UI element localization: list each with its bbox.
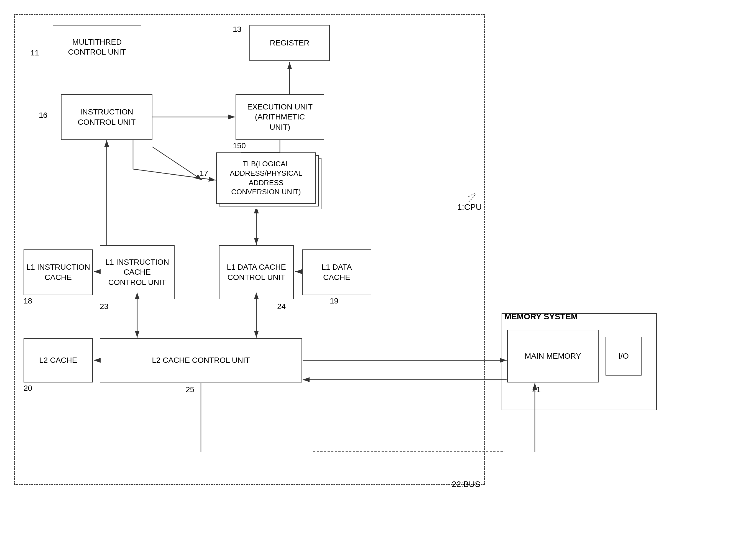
instruction-control-label: INSTRUCTIONCONTROL UNIT <box>78 107 136 127</box>
cpu-label: 1:CPU <box>457 202 482 212</box>
ref-17: 17 <box>199 169 208 178</box>
ref-11: 11 <box>31 49 39 57</box>
ref-18: 18 <box>24 296 32 305</box>
ref-150: 150 <box>233 141 246 150</box>
ref-19: 19 <box>330 296 338 305</box>
multithred-label: MULTITHRED CONTROL UNIT <box>53 37 141 57</box>
l1-instruction-cache-control-box: L1 INSTRUCTIONCACHECONTROL UNIT <box>100 245 175 299</box>
execution-unit-label: EXECUTION UNIT(ARITHMETICUNIT) <box>247 102 313 132</box>
ref-13: 13 <box>233 25 241 34</box>
l2-cache-control-label: L2 CACHE CONTROL UNIT <box>152 355 250 365</box>
execution-unit-box: EXECUTION UNIT(ARITHMETICUNIT) <box>235 94 324 140</box>
tlb-stack: TLB(LOGICALADDRESS/PHYSICAL ADDRESSCONVE… <box>216 153 321 214</box>
io-label: I/O <box>618 351 628 361</box>
l2-cache-label: L2 CACHE <box>39 355 77 365</box>
bus-label: 22:BUS <box>452 479 480 489</box>
ref-20: 20 <box>24 384 32 393</box>
ref-24: 24 <box>277 302 286 311</box>
ref-23: 23 <box>100 302 108 311</box>
l2-cache-box: L2 CACHE <box>24 338 93 382</box>
l1-instruction-cache-label: L1 INSTRUCTIONCACHE <box>26 262 90 282</box>
multithred-control-unit-box: MULTITHRED CONTROL UNIT <box>53 25 141 69</box>
instruction-control-unit-box: INSTRUCTIONCONTROL UNIT <box>61 94 153 140</box>
diagram-container: 1:CPU MULTITHRED CONTROL UNIT 11 REGISTE… <box>8 8 745 532</box>
ref-25: 25 <box>186 385 194 394</box>
main-memory-box: MAIN MEMORY <box>507 330 598 382</box>
l1-data-cache-control-box: L1 DATA CACHECONTROL UNIT <box>219 245 294 299</box>
l2-cache-control-box: L2 CACHE CONTROL UNIT <box>100 338 302 382</box>
register-label: REGISTER <box>270 38 309 48</box>
register-box: REGISTER <box>249 25 330 61</box>
io-box: I/O <box>605 337 641 375</box>
main-memory-label: MAIN MEMORY <box>525 351 581 361</box>
memory-system-label: MEMORY SYSTEM <box>504 312 578 321</box>
l1-instruction-cache-control-label: L1 INSTRUCTIONCACHECONTROL UNIT <box>105 257 169 287</box>
l1-data-cache-box: L1 DATACACHE <box>302 250 371 295</box>
l1-instruction-cache-box: L1 INSTRUCTIONCACHE <box>24 250 93 295</box>
ref-21: 21 <box>532 385 541 394</box>
ref-16: 16 <box>39 111 47 120</box>
tlb-label: TLB(LOGICALADDRESS/PHYSICAL ADDRESSCONVE… <box>217 159 315 197</box>
l1-data-cache-control-label: L1 DATA CACHECONTROL UNIT <box>227 262 286 282</box>
l1-data-cache-label: L1 DATACACHE <box>321 262 352 282</box>
